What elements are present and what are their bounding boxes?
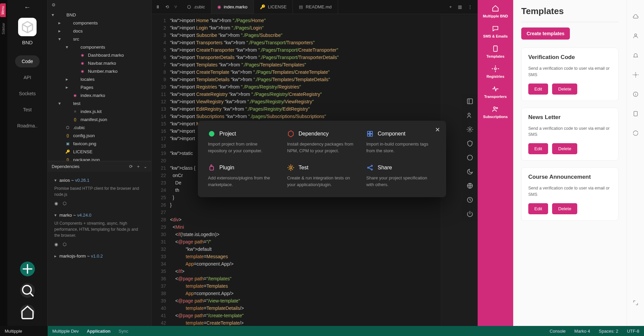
gear-icon[interactable]: ⚙ [52, 2, 56, 7]
tree-item[interactable]: ▾src [48, 35, 151, 43]
moon-icon[interactable] [467, 168, 473, 175]
menu-tab[interactable]: Menu [0, 3, 6, 17]
branch-icon[interactable]: ⑂ [174, 4, 177, 9]
people-icon[interactable] [467, 112, 473, 119]
create-templates-button[interactable]: Create templates [521, 27, 570, 40]
edit-button[interactable]: Edit [528, 143, 548, 154]
tree-item[interactable]: ◉Number.marko [48, 67, 151, 75]
restart-icon[interactable]: ⟲ [165, 4, 169, 9]
nav-roadmap[interactable]: Roadma.. [10, 120, 44, 132]
appnav-transporters[interactable]: Transporters [484, 85, 506, 99]
status-item[interactable]: Marko 4 [574, 329, 590, 334]
tree-item[interactable]: {}config.json [48, 131, 151, 139]
github-icon[interactable]: ◉ [54, 242, 58, 247]
tree-item[interactable]: ▾BND [48, 11, 151, 19]
delete-button[interactable]: Delete [552, 203, 577, 214]
sidebar-tab[interactable]: Sidebar [1, 20, 6, 37]
tree-item[interactable]: {}package.json [48, 156, 151, 161]
tree-item[interactable]: ▾components [48, 43, 151, 51]
tab-.cubic[interactable]: ⬡.cubic [181, 0, 211, 14]
split-icon[interactable]: ▥ [458, 4, 462, 9]
globe-icon[interactable] [467, 182, 473, 189]
tree-item[interactable]: ▸docs [48, 27, 151, 35]
status-item[interactable]: Spaces: 2 [599, 329, 618, 334]
tree-item[interactable]: ▸locales [48, 75, 151, 83]
svg-rect-7 [494, 46, 497, 52]
appnav-sms-emails[interactable]: SMS & Emails [483, 25, 507, 38]
info-icon[interactable] [633, 91, 639, 97]
tree-item[interactable]: 🔑LICENSE [48, 148, 151, 156]
popup-dependency[interactable]: DependencyInstall dependency packages fr… [287, 130, 357, 154]
project-logo[interactable] [18, 18, 37, 36]
chevron-down-icon[interactable]: ⌄ [144, 164, 147, 169]
svg-point-22 [290, 167, 292, 169]
panel-icon[interactable] [467, 98, 473, 105]
appnav-registries[interactable]: Registries [486, 65, 504, 78]
dependency-item[interactable]: ▾axios ~ v0.26.1Promise based HTTP clien… [48, 174, 151, 209]
status-item[interactable]: Multipple Dev [52, 329, 79, 334]
dependencies-header[interactable]: Dependencies ⟳ + ⌄ [48, 161, 151, 172]
delete-button[interactable]: Delete [552, 143, 577, 154]
status-item[interactable]: Application [87, 329, 111, 334]
nav-api[interactable]: API [17, 71, 38, 83]
cloud-icon[interactable] [633, 13, 639, 19]
tree-item[interactable]: ▸components [48, 19, 151, 27]
popup-project[interactable]: PProjectImport project from online repos… [208, 130, 278, 154]
history-icon[interactable] [467, 197, 473, 203]
home-fab[interactable] [20, 304, 35, 319]
edit-button[interactable]: Edit [528, 83, 548, 95]
appnav-multipple-bnd[interactable]: Multipple BND [483, 5, 508, 18]
settings-icon[interactable] [633, 72, 639, 78]
tree-item[interactable]: ⬡.cubic [48, 123, 151, 131]
new-tab-icon[interactable]: + [449, 4, 452, 9]
bell-icon[interactable] [633, 52, 639, 58]
package-icon[interactable]: ⬡ [63, 201, 66, 206]
expand-icon[interactable] [633, 300, 639, 306]
power-icon[interactable] [467, 211, 473, 217]
tree-item[interactable]: ◉index.marko [48, 91, 151, 99]
plus-icon[interactable]: + [137, 164, 140, 169]
appnav-templates[interactable]: Templates [486, 45, 504, 58]
gear-icon[interactable] [467, 126, 473, 133]
tab-README.md[interactable]: ▤README.md [293, 0, 338, 14]
tree-item[interactable]: ▣favicon.png [48, 139, 151, 148]
palette-icon[interactable] [467, 154, 473, 161]
edit-button[interactable]: Edit [528, 203, 548, 214]
popup-component[interactable]: ComponentImport in-build components tags… [366, 130, 436, 154]
tree-item[interactable]: ◉Navbar.marko [48, 59, 151, 67]
nav-sockets[interactable]: Sockets [12, 88, 43, 100]
tree-item[interactable]: ▾test [48, 99, 151, 107]
status-item[interactable]: Console [550, 329, 566, 334]
package-icon[interactable]: ⬡ [63, 242, 66, 247]
add-fab[interactable] [20, 262, 35, 276]
status-item[interactable]: UTF-8 [627, 329, 639, 334]
tab-index.marko[interactable]: ◉index.marko [211, 0, 254, 14]
dependency-item[interactable]: ▾marko ~ v4.24.0UI Components + streamin… [48, 209, 151, 250]
status-project[interactable]: Multipple [0, 326, 48, 336]
popup-plugin[interactable]: PluginAdd extensions/plugins from the ma… [208, 164, 278, 188]
tree-item[interactable]: ≡index.js.kit [48, 107, 151, 115]
refresh-icon[interactable]: ⟳ [129, 164, 133, 169]
github-icon[interactable]: ◉ [54, 201, 58, 206]
dependency-item[interactable]: ▸markojs-form ~ v1.0.2 [48, 250, 151, 262]
popup-test[interactable]: TestCreate & run integration tests on yo… [287, 164, 357, 188]
appnav-subscriptions[interactable]: Subscriptions [483, 105, 507, 119]
nav-code[interactable]: Code [15, 55, 40, 67]
doc-icon[interactable] [633, 111, 639, 117]
refresh-icon[interactable] [633, 130, 639, 136]
tree-item[interactable]: ▸Pages [48, 83, 151, 91]
close-icon[interactable]: ✕ [435, 126, 440, 133]
pause-icon[interactable]: ⏸ [156, 4, 160, 9]
tree-item[interactable]: {}manifest.json [48, 115, 151, 123]
more-icon[interactable]: ⋮ [468, 4, 472, 9]
back-button[interactable]: ← [24, 3, 31, 11]
search-fab[interactable] [20, 283, 35, 298]
status-item[interactable]: Sync [119, 329, 128, 334]
shield-icon[interactable] [467, 140, 473, 147]
tab-LICENSE[interactable]: 🔑LICENSE [254, 0, 293, 14]
user-icon[interactable] [633, 33, 639, 39]
popup-share[interactable]: ShareShare your project specification wi… [366, 164, 436, 188]
delete-button[interactable]: Delete [552, 83, 577, 95]
nav-test[interactable]: Test [16, 104, 39, 116]
tree-item[interactable]: ◉Dashboard.marko [48, 51, 151, 59]
